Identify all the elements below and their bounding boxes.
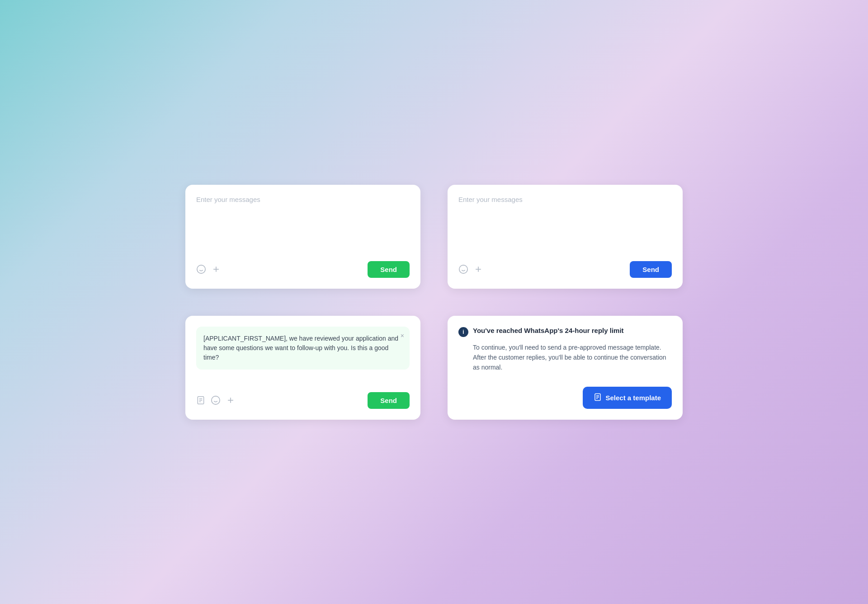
template-icon	[594, 393, 602, 403]
toolbar-top-left: Send	[196, 261, 410, 278]
emoji-icon-top-left[interactable]	[196, 264, 206, 274]
bottom-left-card: [APPLICANT_FIRST_NAME], we have reviewed…	[185, 316, 420, 420]
warning-header: i You've reached WhatsApp's 24-hour repl…	[458, 327, 672, 337]
toolbar-bottom-left: Send	[196, 392, 410, 409]
toolbar-top-right: Send	[458, 261, 672, 278]
close-button[interactable]: ×	[401, 332, 404, 339]
top-left-card: Enter your messages Send	[185, 185, 420, 289]
emoji-icon-bottom-left[interactable]	[211, 395, 221, 405]
plus-icon-bottom-left[interactable]	[226, 396, 235, 405]
select-template-label: Select a template	[605, 394, 661, 402]
message-bubble: [APPLICANT_FIRST_NAME], we have reviewed…	[196, 327, 410, 370]
svg-point-5	[459, 265, 467, 273]
warning-body: To continue, you'll need to send a pre-a…	[473, 342, 672, 373]
send-button-top-right[interactable]: Send	[630, 261, 672, 278]
main-container: Enter your messages Send Enter yo	[185, 185, 683, 420]
send-button-top-left[interactable]: Send	[368, 261, 410, 278]
message-input-top-left[interactable]: Enter your messages	[196, 196, 410, 254]
warning-content: i You've reached WhatsApp's 24-hour repl…	[458, 327, 672, 379]
svg-point-14	[212, 396, 220, 404]
send-button-bottom-left[interactable]: Send	[368, 392, 410, 409]
svg-point-0	[197, 265, 205, 273]
plus-icon-top-right[interactable]	[474, 265, 483, 274]
document-icon[interactable]	[196, 396, 205, 405]
bottom-right-card: i You've reached WhatsApp's 24-hour repl…	[448, 316, 683, 420]
info-icon: i	[458, 327, 468, 337]
plus-icon-top-left[interactable]	[212, 265, 221, 274]
message-bubble-text: [APPLICANT_FIRST_NAME], we have reviewed…	[203, 335, 398, 361]
warning-title: You've reached WhatsApp's 24-hour reply …	[473, 327, 624, 334]
message-input-top-right[interactable]: Enter your messages	[458, 196, 672, 254]
emoji-icon-top-right[interactable]	[458, 264, 468, 274]
select-template-button[interactable]: Select a template	[583, 387, 672, 409]
top-right-card: Enter your messages Send	[448, 185, 683, 289]
